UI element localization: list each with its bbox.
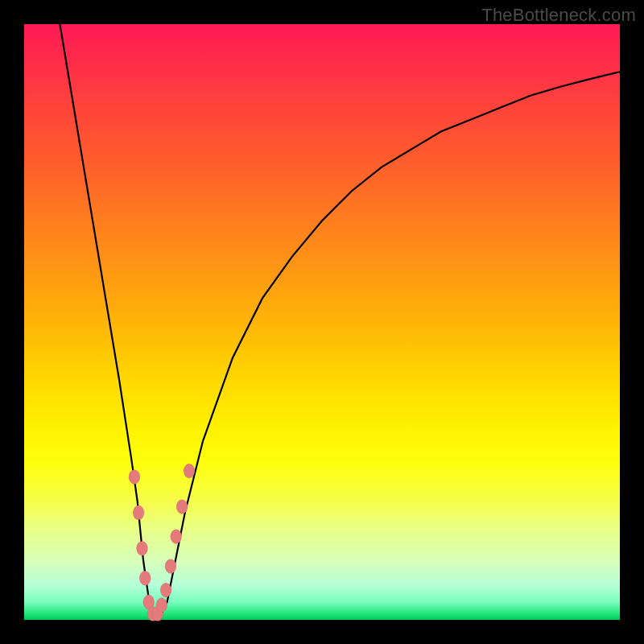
data-marker <box>139 571 151 585</box>
chart-frame: TheBottleneck.com <box>0 0 644 644</box>
data-marker <box>156 598 167 613</box>
data-marker <box>165 559 176 573</box>
watermark-text: TheBottleneck.com <box>481 5 636 26</box>
data-marker <box>184 464 195 478</box>
data-marker <box>176 499 188 514</box>
data-marker <box>129 469 140 484</box>
data-marker <box>137 541 148 555</box>
data-marker <box>160 583 171 597</box>
data-marker <box>171 529 182 543</box>
bottleneck-curve <box>24 24 620 620</box>
data-marker <box>133 506 144 520</box>
